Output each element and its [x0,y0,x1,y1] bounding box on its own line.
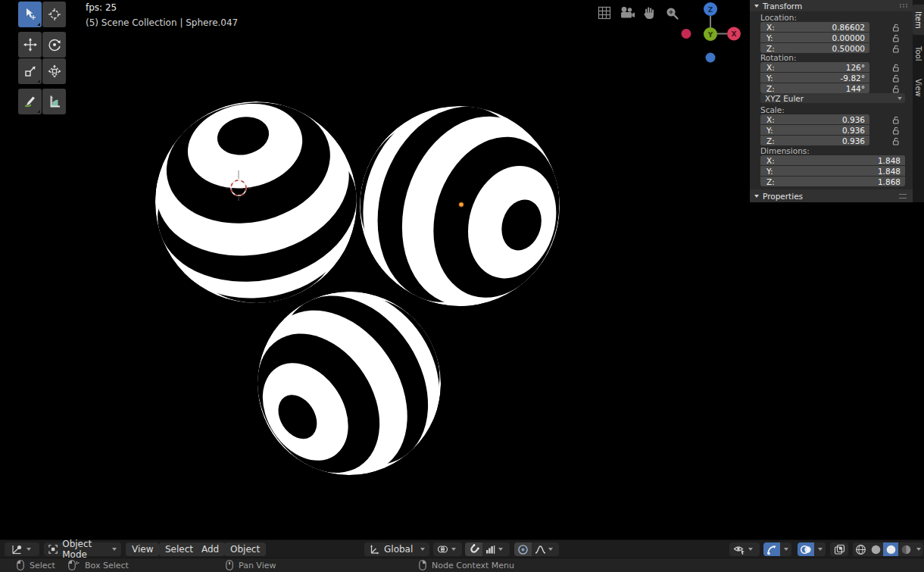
chevron-down-icon [112,548,117,551]
shading-material-preview-button[interactable] [883,542,898,556]
dimensions-y-field[interactable]: Y:1.848 [760,166,905,176]
chevron-down-icon [818,548,823,551]
tool-cursor[interactable] [42,2,66,27]
rotation-z-field[interactable]: Z:144° [760,83,869,93]
rotation-fields: X:126° Y:-9.82° Z:144° [760,62,869,93]
panel-drag-handle-icon[interactable] [899,194,907,198]
panel-drag-handle-icon[interactable] [900,4,908,8]
lock-open-icon[interactable] [891,136,901,146]
scale-section-label: Scale: [760,105,785,114]
tool-measure[interactable] [42,89,66,114]
overlays-dropdown[interactable] [814,542,826,556]
chevron-down-icon [748,548,753,551]
chevron-down-icon [548,548,553,551]
overlays-icon [800,544,812,555]
object-type-visibility-dropdown[interactable] [729,542,760,556]
lock-open-icon[interactable] [891,43,901,54]
pivot-point-dropdown[interactable] [433,542,462,556]
location-z-field[interactable]: Z:0.50000 [760,43,869,53]
collapse-triangle-icon [754,5,759,8]
mouse-middle-icon [226,560,233,570]
lock-open-icon[interactable] [891,83,901,94]
lock-open-icon[interactable] [891,62,901,73]
tool-move[interactable] [18,32,42,58]
transform-panel-header[interactable]: Transform [750,0,913,11]
mouse-left-icon [17,560,24,570]
dimensions-z-field[interactable]: Z:1.868 [760,177,905,186]
location-x-field[interactable]: X:0.86602 [760,22,869,32]
gizmo-axis-z-negative[interactable] [706,53,716,63]
shading-rendered-button[interactable] [898,542,913,556]
status-hint-select: Select [17,559,55,571]
menu-view[interactable]: View [126,542,159,556]
transform-panel-title: Transform [763,2,802,11]
snap-target-dropdown[interactable] [482,542,510,556]
status-hint-context-menu: Node Context Menu [419,559,514,571]
object-origin-dot[interactable] [458,202,464,208]
lock-open-icon[interactable] [891,125,901,136]
measure-icon [48,95,61,108]
shading-dropdown[interactable] [913,542,923,556]
tool-rotate[interactable] [42,32,66,58]
scale-z-field[interactable]: Z:0.936 [760,136,869,145]
dimensions-x-field[interactable]: X:1.848 [760,155,905,165]
chevron-down-icon [27,548,31,551]
menu-object[interactable]: Object [224,542,266,556]
mode-dropdown[interactable]: Object Mode [44,542,121,556]
navigation-gizmo[interactable]: Z Y X [679,2,744,67]
mouse-left-drag-icon [68,560,80,570]
rotation-mode-dropdown[interactable]: XYZ Euler [760,93,905,103]
tab-tool[interactable]: Tool [913,39,924,68]
show-overlays-toggle[interactable] [798,542,814,556]
scale-y-field[interactable]: Y:0.936 [760,125,869,135]
editor-type-selector[interactable] [5,542,39,556]
shading-wireframe-button[interactable] [853,542,868,556]
scale-lock-column [891,114,901,146]
rotation-section-label: Rotation: [760,53,796,62]
lock-open-icon[interactable] [891,33,901,43]
gizmos-dropdown[interactable] [780,542,791,556]
proportional-editing-toggle[interactable] [514,542,532,556]
proportional-falloff-dropdown[interactable] [532,542,559,556]
lock-open-icon[interactable] [891,22,901,33]
tab-item[interactable]: Item [913,5,924,35]
menu-add[interactable]: Add [195,542,225,556]
gizmo-z-label: Z [708,6,713,14]
grid-overlay-icon[interactable] [598,6,611,20]
snap-toggle[interactable] [465,542,482,556]
shading-solid-button[interactable] [868,542,883,556]
location-lock-column [891,22,901,54]
menu-select[interactable]: Select [159,542,199,556]
show-gizmos-toggle[interactable] [763,542,780,556]
toggle-xray-button[interactable] [830,542,848,556]
camera-icon[interactable] [620,6,636,20]
blender-window: fps: 25 (5) Scene Collection | Sphere.04… [0,0,924,572]
sidebar-panel: Transform Location: X:0.86602 Y:0.00000 … [750,0,913,202]
lock-open-icon[interactable] [891,73,901,83]
properties-panel-header[interactable]: Properties [750,189,913,202]
rotation-x-field[interactable]: X:126° [760,62,869,72]
chevron-down-icon [784,548,788,551]
gizmo-axis-x-negative[interactable] [682,29,691,39]
scale-x-field[interactable]: X:0.936 [760,114,869,124]
status-hint-pan-view: Pan View [226,559,276,571]
dimensions-section-label: Dimensions: [760,146,810,155]
orientation-dropdown[interactable]: Global [364,542,429,556]
tool-annotate[interactable] [18,89,42,114]
proportional-editing-icon [517,544,529,555]
object-mode-icon [48,544,58,555]
striped-sphere-1[interactable] [138,84,374,320]
status-bar: Select Box Select Pan View Node Contex [0,558,924,572]
tab-view[interactable]: View [913,73,924,103]
lock-open-icon[interactable] [891,114,901,125]
rotation-y-field[interactable]: Y:-9.82° [760,73,869,83]
tool-transform[interactable] [42,58,66,84]
collapse-triangle-icon [754,195,759,198]
tool-scale[interactable] [18,58,42,84]
annotate-pencil-icon [23,95,37,108]
tool-select-tweak[interactable] [18,2,42,27]
pan-hand-icon[interactable] [642,6,656,20]
location-y-field[interactable]: Y:0.00000 [760,33,869,42]
zoom-icon[interactable] [665,6,679,20]
visibility-eye-cursor-icon [733,544,745,555]
